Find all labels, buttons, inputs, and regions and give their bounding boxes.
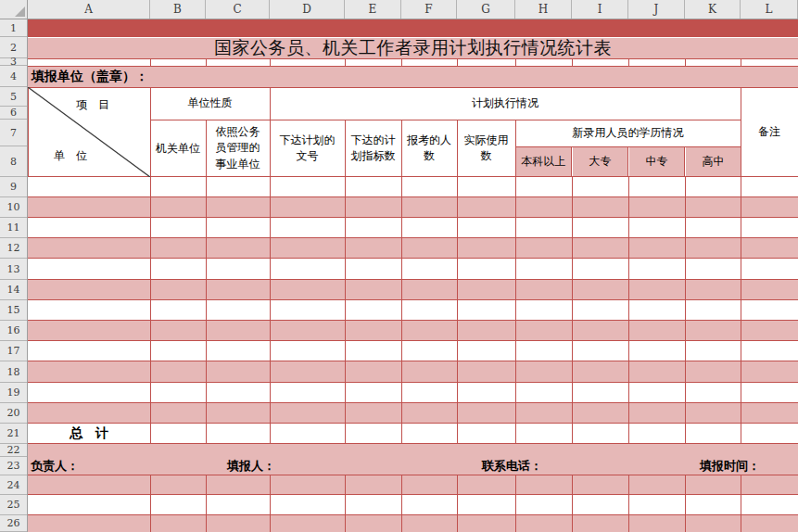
row-header[interactable]: 24 — [0, 475, 27, 495]
row-header[interactable]: 16 — [0, 321, 27, 341]
table-row[interactable] — [28, 238, 798, 259]
table-row[interactable] — [28, 361, 798, 383]
grid-line — [206, 383, 207, 402]
grid-line — [741, 300, 741, 320]
header-unit-nature[interactable]: 单位性质 — [150, 87, 270, 120]
column-header[interactable]: C — [206, 0, 270, 19]
row-header[interactable]: 7 — [0, 120, 27, 146]
column-header[interactable]: I — [572, 0, 628, 19]
grid-line — [572, 361, 573, 382]
grid-line — [628, 238, 629, 258]
column-header[interactable]: E — [345, 0, 401, 19]
row-header[interactable]: 23 — [0, 457, 27, 475]
table-row[interactable] — [28, 321, 798, 341]
row-header[interactable]: 19 — [0, 383, 27, 403]
row-header[interactable]: 26 — [0, 515, 27, 532]
header-actual-used[interactable]: 实际使用 数 — [457, 120, 515, 177]
grid-line — [206, 280, 207, 299]
table-row[interactable] — [28, 475, 798, 495]
grid-line — [457, 495, 458, 514]
select-all-corner[interactable] — [0, 0, 28, 19]
header-applicant-count[interactable]: 报考的人 数 — [401, 120, 457, 177]
grid-line — [150, 424, 151, 443]
table-row[interactable] — [28, 300, 798, 321]
row-header[interactable]: 4 — [0, 66, 27, 87]
header-plan-doc-no[interactable]: 下达计划的 文号 — [270, 120, 345, 177]
row-header[interactable]: 12 — [0, 238, 27, 259]
header-cell-edu-bachelor[interactable]: 本科以上 — [516, 146, 572, 177]
row-header[interactable]: 13 — [0, 259, 27, 280]
grid-line — [150, 280, 151, 299]
column-header[interactable]: A — [28, 0, 150, 19]
row-header[interactable]: 8 — [0, 146, 27, 177]
grid-line — [515, 259, 516, 279]
grid-line — [572, 58, 573, 66]
column-header[interactable]: L — [741, 0, 798, 19]
table-row[interactable] — [28, 515, 798, 532]
column-header[interactable]: F — [401, 0, 457, 19]
top-accent-band[interactable] — [28, 19, 798, 37]
table-row[interactable] — [28, 177, 798, 197]
grid-line — [628, 361, 629, 382]
table-row[interactable] — [28, 403, 798, 424]
table-row[interactable] — [28, 495, 798, 515]
row-header[interactable]: 1 — [0, 19, 27, 37]
grid-line — [150, 321, 151, 340]
column-header[interactable]: K — [685, 0, 741, 19]
grid-line — [270, 238, 271, 258]
table-row[interactable] — [28, 280, 798, 300]
row-header[interactable]: 5 — [0, 87, 27, 107]
header-plan-execution[interactable]: 计划执行情况 — [270, 87, 741, 120]
table-row[interactable] — [28, 444, 798, 475]
header-remarks[interactable]: 备注 — [741, 87, 798, 177]
header-cell-edu-highschool[interactable]: 高中 — [686, 146, 741, 177]
header-plan-quota[interactable]: 下达的计 划指标数 — [345, 120, 401, 177]
table-row[interactable] — [28, 218, 798, 238]
grid-line — [150, 238, 151, 258]
table-row[interactable] — [28, 197, 798, 218]
row-header[interactable]: 15 — [0, 300, 27, 321]
header-cell-edu-secondary[interactable]: 中专 — [629, 146, 685, 177]
row-header[interactable]: 14 — [0, 280, 27, 300]
grid-line — [741, 259, 741, 279]
row-header[interactable]: 11 — [0, 218, 27, 238]
header-new-hire-education[interactable]: 新录用人员的学历情况 — [515, 120, 741, 146]
grid-line — [515, 403, 516, 423]
grid-line — [345, 280, 346, 299]
table-row[interactable] — [28, 341, 798, 361]
table-row[interactable] — [28, 383, 798, 403]
column-header[interactable]: D — [270, 0, 345, 19]
grid-line — [572, 475, 573, 494]
row-header[interactable]: 9 — [0, 177, 27, 197]
grid-line — [150, 475, 151, 494]
row-header[interactable]: 17 — [0, 341, 27, 361]
fill-date-label: 填报时间： — [700, 457, 760, 475]
column-header[interactable]: H — [515, 0, 572, 19]
row-header[interactable]: 10 — [0, 197, 27, 218]
row-header[interactable]: 6 — [0, 107, 27, 120]
table-row[interactable] — [28, 259, 798, 280]
row-header[interactable]: 20 — [0, 403, 27, 424]
header-cell-edu-college[interactable]: 大专 — [573, 146, 628, 177]
grid-line — [401, 238, 402, 258]
row-header[interactable]: 21 — [0, 424, 27, 444]
row-header[interactable]: 22 — [0, 444, 27, 457]
grid-line — [401, 58, 402, 66]
grid-line — [685, 321, 686, 340]
grid-line — [741, 197, 741, 217]
row-header[interactable]: 3 — [0, 58, 27, 66]
grid-line — [457, 361, 458, 382]
header-org-unit[interactable]: 机关单位 — [150, 120, 206, 177]
header-civil-service-institution[interactable]: 依照公务 员管理的 事业单位 — [206, 120, 270, 177]
column-header[interactable]: G — [457, 0, 515, 19]
grid-line — [401, 259, 402, 279]
column-header[interactable]: B — [150, 0, 206, 19]
grid-line — [741, 424, 741, 443]
total-row-label: 总 计 — [28, 424, 150, 444]
grid-line — [150, 361, 151, 382]
row-header-strip: 1234567891011121314151617181920212223242… — [0, 19, 28, 532]
row-header[interactable]: 18 — [0, 361, 27, 383]
row-header[interactable]: 25 — [0, 495, 27, 515]
column-header[interactable]: J — [628, 0, 685, 19]
grid-line — [515, 238, 516, 258]
